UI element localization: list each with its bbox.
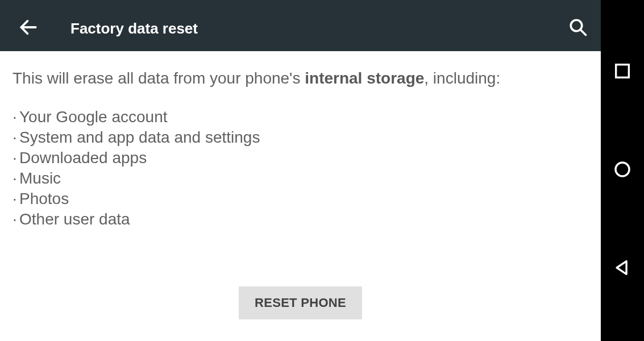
warning-text-post: , including: [424,69,500,87]
list-item-text: Other user data [19,209,588,230]
bullet-icon: · [13,107,19,127]
bullet-icon: · [13,189,19,209]
page-title: Factory data reset [70,20,566,38]
list-item: ·System and app data and settings [13,127,588,148]
square-icon [613,61,632,83]
list-item-text: Photos [19,189,588,209]
list-item: ·Other user data [13,209,588,230]
warning-text: This will erase all data from your phone… [13,68,588,89]
warning-text-pre: This will erase all data from your phone… [13,69,305,87]
svg-line-2 [581,30,586,35]
bullet-icon: · [13,168,19,189]
list-item-text: Your Google account [19,107,588,127]
system-nav-bar [601,0,644,341]
action-row: RESET PHONE [13,286,588,319]
triangle-back-icon [613,258,632,280]
app-bar: Factory data reset [0,6,601,51]
screen-main: Factory data reset This will erase all d… [0,0,601,341]
back-button[interactable] [16,16,41,41]
circle-icon [613,160,632,181]
list-item: ·Photos [13,189,588,209]
content-body: This will erase all data from your phone… [0,51,601,319]
nav-home-button[interactable] [610,158,635,183]
nav-back-button[interactable] [610,256,635,281]
svg-rect-3 [616,64,629,77]
list-item-text: System and app data and settings [19,127,588,148]
bullet-icon: · [13,148,19,168]
back-arrow-icon [18,16,39,40]
svg-point-4 [616,163,629,176]
list-item-text: Downloaded apps [19,148,588,168]
warning-text-bold: internal storage [305,69,424,87]
status-bar [0,0,601,6]
nav-recent-button[interactable] [610,60,635,85]
list-item: ·Downloaded apps [13,148,588,168]
reset-phone-button[interactable]: RESET PHONE [239,286,362,319]
erase-list: ·Your Google account ·System and app dat… [13,107,588,230]
bullet-icon: · [13,209,19,230]
search-button[interactable] [566,16,591,41]
bullet-icon: · [13,127,19,148]
search-icon [568,17,588,40]
list-item-text: Music [19,168,588,189]
list-item: ·Your Google account [13,107,588,127]
svg-marker-5 [617,261,626,275]
list-item: ·Music [13,168,588,189]
